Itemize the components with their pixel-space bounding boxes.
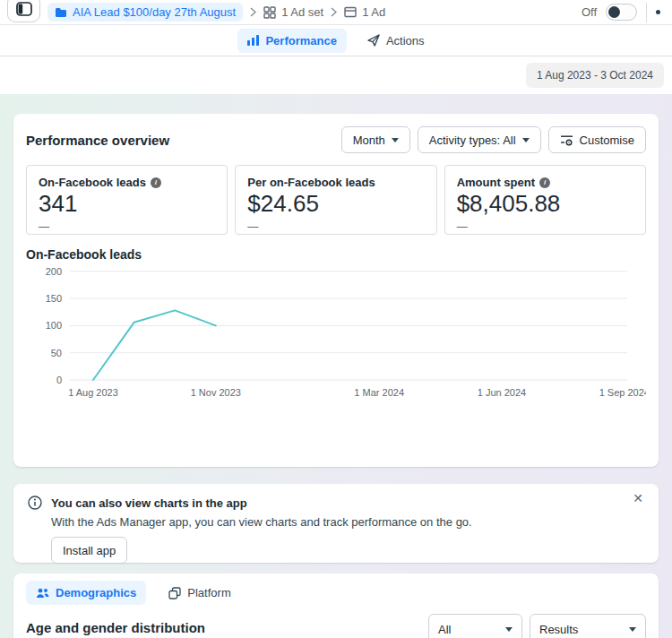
breakdown-tabs: Demographics Platform [26,581,646,605]
activity-types-dropdown[interactable]: Activity types: All [418,126,541,153]
metric-card-per-on-facebook-leads: Per on-Facebook leads $24.65 — [235,165,436,235]
metric-card-amount-spent: Amount spent i $8,405.88 — [444,165,646,235]
caret-down-icon [392,138,399,142]
install-app-button[interactable]: Install app [51,537,127,564]
more-dot-icon [656,10,660,14]
adset-grid-icon [263,6,276,19]
activity-types-label: Activity types: All [429,134,516,147]
send-plane-icon [367,34,380,47]
breadcrumb-bar: AIA Lead $100/day 27th August 1 Ad set 1… [0,0,672,25]
section-title: Age and gender distribution [26,620,205,635]
breadcrumb-ad[interactable]: 1 Ad [344,5,385,19]
tab-demographics-label: Demographics [56,586,136,599]
svg-text:0: 0 [56,375,62,385]
metric-comparison-dash: — [457,220,633,233]
metric-label: Amount spent i [457,176,633,189]
overlap-squares-icon [168,587,181,599]
svg-text:150: 150 [46,293,62,304]
performance-overview-card: Performance overview Month Activity type… [13,114,659,467]
breakdown-all-label: All [438,623,451,636]
caret-down-icon [629,627,636,632]
tab-actions-label: Actions [386,34,425,47]
metric-value: $8,405.88 [457,190,633,218]
metric-card-on-facebook-leads: On-Facebook leads i 341 — [26,165,228,235]
info-icon[interactable]: i [539,177,550,188]
app-promo-banner: You can also view charts in the app With… [13,484,659,563]
overview-title: Performance overview [26,133,169,148]
info-icon[interactable]: i [151,177,161,188]
ad-label: 1 Ad [362,5,385,19]
more-options-button-partial[interactable] [656,4,665,22]
caret-down-icon [505,627,513,632]
metric-comparison-dash: — [39,220,215,233]
metric-label-text: On-Facebook leads [39,176,146,189]
date-range-selector[interactable]: 1 Aug 2023 - 3 Oct 2024 [526,63,664,88]
breakdown-card: Demographics Platform Age and gender dis… [13,573,659,638]
tab-actions[interactable]: Actions [358,29,435,53]
toggle-state-label: Off [582,5,597,19]
metric-label-text: Amount spent [457,176,535,189]
charts-content: Performance overview Month Activity type… [0,94,672,638]
breakdown-results-dropdown[interactable]: Results [530,614,646,638]
month-dropdown-label: Month [353,134,385,147]
breadcrumb: AIA Lead $100/day 27th August 1 Ad set 1… [47,3,385,22]
breakdown-results-label: Results [539,623,578,636]
close-icon[interactable]: ✕ [633,492,643,504]
svg-text:1 Sep 2024: 1 Sep 2024 [599,387,646,398]
svg-text:1 Nov 2023: 1 Nov 2023 [191,387,241,398]
bar-chart-icon [247,35,259,46]
ad-active-toggle[interactable] [606,4,637,21]
date-bar: 1 Aug 2023 - 3 Oct 2024 [0,56,672,94]
people-icon [36,588,49,599]
divider [646,3,647,22]
banner-body: With the Ads Manager app, you can view c… [51,515,644,529]
tab-performance[interactable]: Performance [237,29,346,53]
overview-header: Performance overview Month Activity type… [26,126,646,153]
on-facebook-leads-line-chart: 2001501005001 Aug 20231 Nov 20231 Mar 20… [26,265,646,401]
sidebar-toggle-button[interactable] [7,0,40,22]
view-tabs-bar: Performance Actions [0,25,672,56]
overview-controls: Month Activity types: All Customise [341,126,646,153]
metric-label: Per on-Facebook leads [247,176,424,189]
caret-down-icon [522,138,530,142]
month-dropdown[interactable]: Month [341,126,410,153]
topbar-right: Off [582,3,665,22]
metric-value: 341 [39,190,215,218]
tab-platform[interactable]: Platform [159,581,240,605]
breakdown-filters: All Results [428,614,646,638]
tab-platform-label: Platform [187,586,230,599]
svg-text:200: 200 [46,266,62,277]
svg-text:50: 50 [51,348,62,358]
adset-label: 1 Ad set [281,5,323,19]
svg-text:1 Jun 2024: 1 Jun 2024 [478,387,526,398]
customise-sliders-icon [560,134,573,146]
tab-demographics[interactable]: Demographics [26,581,146,605]
toggle-knob [608,6,620,18]
banner-title-row: You can also view charts in the app [28,496,644,510]
chart-title: On-Facebook leads [26,247,646,262]
metric-comparison-dash: — [247,220,424,233]
customise-button[interactable]: Customise [548,126,646,153]
svg-text:1 Mar 2024: 1 Mar 2024 [354,387,404,398]
banner-title: You can also view charts in the app [51,496,247,510]
breadcrumb-adset[interactable]: 1 Ad set [263,5,323,19]
info-circle-icon [28,496,42,510]
svg-text:100: 100 [46,320,62,331]
breadcrumb-campaign[interactable]: AIA Lead $100/day 27th August [47,3,243,22]
ad-frame-icon [344,6,357,18]
breakdown-header: Age and gender distribution All Results [26,614,646,638]
customise-label: Customise [580,134,634,147]
svg-text:1 Aug 2023: 1 Aug 2023 [68,387,118,398]
metric-label-text: Per on-Facebook leads [247,176,375,189]
metric-value: $24.65 [247,190,424,218]
chevron-right-icon [331,7,337,17]
tab-performance-label: Performance [265,34,336,47]
chevron-right-icon [250,7,256,17]
sidebar-panel-icon [16,2,32,16]
breakdown-all-dropdown[interactable]: All [428,614,522,638]
ads-manager-page: AIA Lead $100/day 27th August 1 Ad set 1… [0,0,672,638]
campaign-name: AIA Lead $100/day 27th August [73,5,236,19]
metric-cards-row: On-Facebook leads i 341 — Per on-Faceboo… [26,165,646,235]
metric-label: On-Facebook leads i [39,176,215,189]
folder-icon [55,7,67,18]
